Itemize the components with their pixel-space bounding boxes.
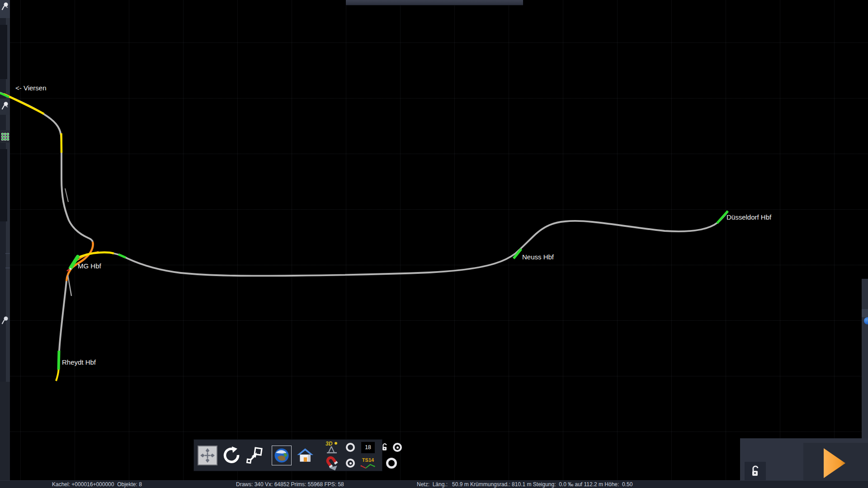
track-mg-rheydt[interactable] [59, 281, 66, 351]
track-viersen-mg[interactable] [0, 93, 93, 242]
svg-text:3D: 3D [326, 441, 333, 447]
value-box[interactable]: 18 [361, 442, 375, 453]
move-object-button[interactable] [245, 446, 264, 465]
signal-3d-icon: 3D [325, 441, 339, 454]
track-node[interactable] [70, 268, 71, 270]
magnet-icon [323, 455, 340, 471]
move-object-icon [246, 447, 263, 464]
globe-icon [864, 317, 868, 324]
track-stub[interactable] [68, 275, 71, 296]
rotate-button[interactable] [221, 446, 241, 465]
toolbar-group-view [194, 440, 268, 471]
collapsed-window-titlebar[interactable] [346, 0, 523, 5]
track-mg-duesseldorf[interactable] [114, 211, 728, 276]
track-occupied-orange[interactable] [66, 242, 93, 281]
playback-panel [740, 438, 868, 480]
status-render-stats: Draws: 340 Vx: 64852 Prims: 55968 FPS: 5… [236, 481, 344, 488]
station-segment-rheydt[interactable] [59, 351, 59, 370]
editor-window: <- Viersen MG Hbf Rheydt Hbf Neuss Hbf D… [0, 0, 868, 488]
open-lock-icon [750, 465, 760, 477]
map-label-mg-hbf: MG Hbf [78, 262, 101, 270]
track-yellow-segment[interactable] [61, 133, 62, 153]
home-view-button[interactable] [295, 446, 315, 465]
map-label-neuss-hbf: Neuss Hbf [522, 253, 554, 261]
status-net-info: Netz: Läng.: 50.9 m Krümmungsrad.: 810.1… [417, 481, 632, 488]
toggle-ring-icon[interactable] [346, 443, 355, 452]
pan-move-button[interactable] [198, 446, 217, 465]
home-icon [297, 448, 314, 463]
toolbar-group-camera [268, 440, 319, 471]
toggle-ring-icon[interactable] [386, 458, 397, 469]
toolbar-group-options: 3D 18 [319, 440, 406, 471]
map-label-duesseldorf-hbf: Düsseldorf Hbf [726, 213, 771, 221]
pan-move-icon [199, 447, 216, 464]
globe-3d-view-button[interactable] [272, 446, 292, 465]
play-button[interactable] [823, 447, 846, 479]
signal-3d-button[interactable]: 3D [325, 441, 339, 454]
magnet-snap-button[interactable] [323, 455, 340, 471]
track-stub[interactable] [65, 188, 68, 202]
ts14-label: TS14 [362, 458, 374, 463]
status-tile-info: Kachel: +000016+000000 Objekte: 8 [52, 481, 142, 488]
globe-icon [274, 447, 290, 464]
track-yellow-segment[interactable] [4, 94, 44, 114]
play-triangle-icon [823, 447, 846, 479]
station-segment-east-mg[interactable] [118, 254, 126, 258]
editor-toolbar: 3D 18 [193, 439, 382, 471]
lock-button[interactable] [745, 462, 766, 480]
track-network[interactable] [0, 0, 868, 488]
ts14-toggle[interactable]: TS14 [360, 458, 376, 469]
toggle-dot-icon[interactable] [346, 459, 355, 468]
ts14-zigzag-icon [360, 463, 376, 469]
track-yellow-tail[interactable] [56, 370, 59, 381]
map-label-viersen: <- Viersen [15, 84, 47, 92]
rotate-icon [222, 446, 240, 465]
map-label-rheydt-hbf: Rheydt Hbf [62, 358, 96, 366]
lock-icon[interactable] [381, 443, 388, 452]
right-strip-handle[interactable] [862, 309, 868, 317]
status-bar: Kachel: +000016+000000 Objekte: 8 Draws:… [0, 480, 868, 488]
toggle-dot-icon[interactable] [393, 443, 402, 452]
